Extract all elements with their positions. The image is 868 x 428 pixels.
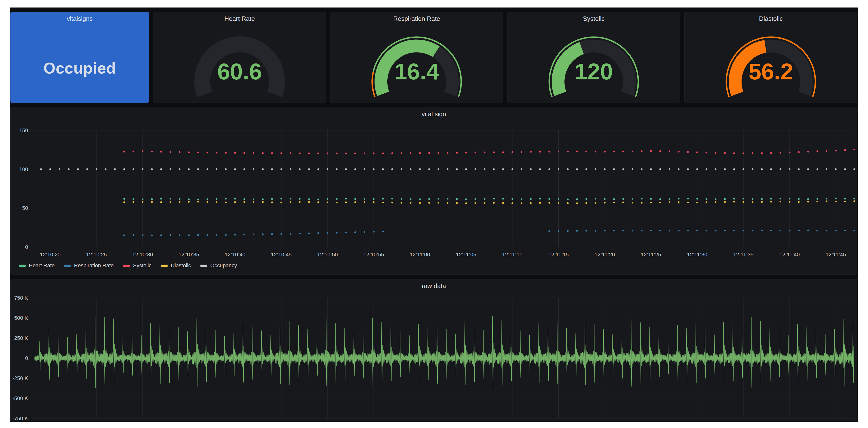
panel-title-respiration-rate[interactable]: Respiration Rate <box>331 15 503 22</box>
legend-label: Systolic <box>133 263 151 268</box>
svg-text:250 K: 250 K <box>14 335 28 341</box>
panel-title-systolic[interactable]: Systolic <box>507 15 680 22</box>
svg-text:12:10:55: 12:10:55 <box>363 252 384 258</box>
svg-text:50: 50 <box>22 205 28 211</box>
svg-text:12:10:20: 12:10:20 <box>40 252 61 258</box>
svg-text:120: 120 <box>575 59 613 84</box>
panel-title-vital-sign[interactable]: vital sign <box>11 111 857 118</box>
panel-title-vitalsigns[interactable]: vitalsigns <box>11 15 149 22</box>
diastolic-gauge: 56.2 <box>718 23 824 102</box>
legend-item-systolic[interactable]: Systolic <box>123 263 151 268</box>
panel-respiration-rate: Respiration Rate 16.4 <box>330 12 503 103</box>
legend-item-occupancy[interactable]: Occupancy <box>200 263 237 268</box>
legend-item-heart-rate[interactable]: Heart Rate <box>19 263 55 268</box>
svg-text:12:11:05: 12:11:05 <box>456 252 476 258</box>
legend-swatch-respiration-rate <box>64 265 71 267</box>
panel-vital-sign: 05010015012:10:2012:10:2512:10:3012:10:3… <box>10 107 857 275</box>
raw-data-chart[interactable]: 750 K500 K250 K0-250 K-500 K-750 K <box>11 279 857 422</box>
panel-heart-rate: Heart Rate 60.6 <box>153 12 326 103</box>
svg-text:12:11:15: 12:11:15 <box>549 252 569 258</box>
svg-text:100: 100 <box>19 166 28 172</box>
legend-swatch-diastolic <box>161 265 168 267</box>
legend-label: Occupancy <box>210 263 237 268</box>
respiration-rate-gauge: 16.4 <box>363 23 470 102</box>
svg-text:12:10:45: 12:10:45 <box>271 252 292 258</box>
svg-text:12:10:30: 12:10:30 <box>132 252 153 258</box>
svg-text:12:10:40: 12:10:40 <box>224 252 245 258</box>
svg-text:60.6: 60.6 <box>217 59 262 84</box>
grafana-dashboard: vitalsigns Occupied Heart Rate 60.6 Resp… <box>10 7 858 422</box>
svg-text:12:11:40: 12:11:40 <box>779 252 800 258</box>
svg-text:-500 K: -500 K <box>12 395 28 401</box>
svg-text:-250 K: -250 K <box>12 375 28 381</box>
svg-text:12:10:35: 12:10:35 <box>179 252 199 258</box>
legend-item-diastolic[interactable]: Diastolic <box>161 263 191 268</box>
svg-text:-750 K: -750 K <box>12 416 28 422</box>
svg-text:150: 150 <box>19 127 28 133</box>
legend-item-respiration-rate[interactable]: Respiration Rate <box>64 263 114 268</box>
svg-text:750 K: 750 K <box>14 295 28 301</box>
svg-text:12:11:25: 12:11:25 <box>641 252 661 258</box>
svg-text:0: 0 <box>25 244 28 250</box>
panel-raw-data: 750 K500 K250 K0-250 K-500 K-750 K raw d… <box>10 279 857 422</box>
panel-vitalsigns: vitalsigns Occupied <box>10 12 149 103</box>
svg-text:500 K: 500 K <box>14 315 28 321</box>
stat-value-occupied: Occupied <box>11 59 149 77</box>
panel-diastolic: Diastolic 56.2 <box>684 12 857 103</box>
page: vitalsigns Occupied Heart Rate 60.6 Resp… <box>0 0 868 428</box>
legend-label: Respiration Rate <box>74 263 114 268</box>
legend-label: Heart Rate <box>29 263 55 268</box>
svg-text:12:11:30: 12:11:30 <box>687 252 707 258</box>
legend-swatch-occupancy <box>200 265 207 267</box>
vital-sign-legend: Heart RateRespiration RateSystolicDiasto… <box>19 263 237 268</box>
svg-text:12:11:45: 12:11:45 <box>826 252 846 258</box>
svg-text:12:11:35: 12:11:35 <box>733 252 754 258</box>
svg-text:0: 0 <box>25 355 28 361</box>
panel-title-heart-rate[interactable]: Heart Rate <box>153 15 326 22</box>
svg-text:12:10:25: 12:10:25 <box>86 252 107 258</box>
svg-text:16.4: 16.4 <box>394 59 439 84</box>
legend-swatch-heart-rate <box>19 265 26 267</box>
legend-swatch-systolic <box>123 265 130 267</box>
legend-label: Diastolic <box>171 263 191 268</box>
svg-text:56.2: 56.2 <box>749 59 793 84</box>
systolic-gauge: 120 <box>540 23 647 102</box>
svg-text:12:10:50: 12:10:50 <box>317 252 338 258</box>
heart-rate-gauge: 60.6 <box>186 23 293 102</box>
panel-title-diastolic[interactable]: Diastolic <box>685 15 857 22</box>
svg-text:12:11:10: 12:11:10 <box>502 252 523 258</box>
panel-title-raw-data[interactable]: raw data <box>11 283 857 290</box>
svg-text:12:11:00: 12:11:00 <box>410 252 430 258</box>
panel-systolic: Systolic 120 <box>507 12 680 103</box>
svg-text:12:11:20: 12:11:20 <box>594 252 615 258</box>
vital-sign-chart[interactable]: 05010015012:10:2012:10:2512:10:3012:10:3… <box>11 107 857 274</box>
